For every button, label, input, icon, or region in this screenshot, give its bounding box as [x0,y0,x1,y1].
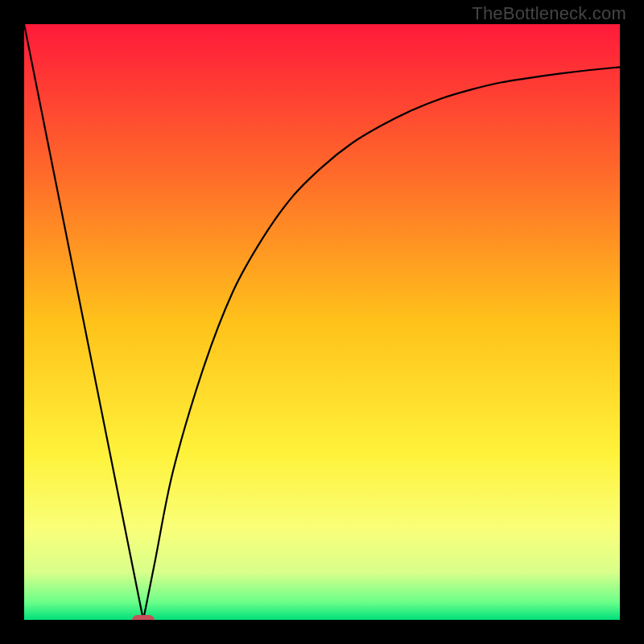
curve-layer [24,24,620,620]
bottleneck-chart: TheBottleneck.com [0,0,644,644]
watermark-text: TheBottleneck.com [472,3,626,24]
bottleneck-curve-path [24,24,620,620]
plot-area [24,24,620,620]
optimal-point-marker [132,615,155,621]
